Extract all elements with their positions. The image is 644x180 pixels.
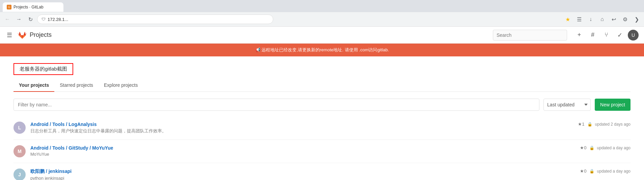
check-button[interactable]: ✓ bbox=[614, 30, 625, 41]
gitlab-logo-icon bbox=[18, 30, 27, 40]
download-button[interactable]: ↓ bbox=[586, 15, 595, 24]
active-tab[interactable]: G Projects · GitLab bbox=[3, 2, 63, 12]
tab-title: Projects · GitLab bbox=[13, 5, 44, 9]
project-item: M Android / Tools / GitStudy / MoYuYue M… bbox=[13, 140, 631, 163]
updated-text: updated a day ago bbox=[597, 169, 631, 174]
project-avatar: L bbox=[13, 122, 26, 134]
browser-chrome: G Projects · GitLab ← → ↻ 🛡 172.28.1... … bbox=[0, 0, 644, 27]
back-button[interactable]: ← bbox=[3, 15, 12, 24]
tab-your-projects[interactable]: Your projects bbox=[13, 79, 54, 92]
new-project-label: New project bbox=[600, 102, 625, 107]
project-item: L Android / Tools / LogAnalysis 日志分析工具，用… bbox=[13, 116, 631, 140]
home-button[interactable]: ⌂ bbox=[597, 15, 607, 24]
reload-button[interactable]: ↻ bbox=[26, 15, 35, 24]
merge-request-button[interactable]: ⑂ bbox=[601, 30, 612, 41]
lock-icon: 🔒 bbox=[587, 122, 592, 127]
projects-toolbar: Last updated Name Created New project bbox=[13, 99, 631, 111]
project-name-link[interactable]: 欧阳鹏 / jenkinsapi bbox=[30, 169, 72, 174]
lock-icon: 🔒 bbox=[589, 146, 594, 150]
project-info: 欧阳鹏 / jenkinsapi python jenkinsapi bbox=[30, 169, 575, 180]
filter-input[interactable] bbox=[13, 99, 539, 111]
header-search-input[interactable] bbox=[493, 30, 567, 41]
forward-button[interactable]: → bbox=[14, 15, 24, 24]
user-avatar[interactable]: U bbox=[628, 30, 639, 41]
project-list: L Android / Tools / LogAnalysis 日志分析工具，用… bbox=[13, 116, 631, 180]
project-meta: ★0 🔒 updated a day ago bbox=[580, 169, 631, 174]
tab-explore-label: Explore projects bbox=[104, 82, 138, 88]
project-meta: ★0 🔒 updated a day ago bbox=[580, 145, 631, 150]
project-info: Android / Tools / LogAnalysis 日志分析工具，用户快… bbox=[30, 122, 573, 134]
project-description: 日志分析工具，用户快速定位日志中暴露的问题，提高团队工作效率。 bbox=[30, 128, 573, 134]
avatar-initial: U bbox=[632, 32, 635, 38]
menu-button[interactable]: ☰ bbox=[5, 30, 13, 40]
tab-starred-projects[interactable]: Starred projects bbox=[54, 79, 99, 92]
tab-bar: G Projects · GitLab bbox=[0, 0, 644, 12]
plus-button[interactable]: + bbox=[574, 30, 585, 41]
project-avatar: J bbox=[13, 169, 26, 180]
annotation-box: 老服务器的gitlab截图 bbox=[13, 63, 73, 75]
app-header: ☰ Projects + # ⑂ ✓ U bbox=[0, 27, 644, 44]
updated-text: updated 2 days ago bbox=[595, 122, 631, 127]
account-button[interactable]: ☰ bbox=[575, 15, 584, 24]
header-actions: + # ⑂ ✓ U bbox=[574, 30, 639, 41]
settings-button[interactable]: ⚙ bbox=[620, 15, 630, 24]
address-text: 172.28.1... bbox=[48, 17, 68, 22]
bookmark-button[interactable]: ★ bbox=[563, 15, 572, 24]
hash-icon: # bbox=[591, 31, 594, 38]
updated-text: updated a day ago bbox=[597, 146, 631, 150]
project-description: MoYuYue bbox=[30, 152, 575, 157]
new-project-button[interactable]: New project bbox=[595, 99, 631, 111]
header-logo[interactable]: Projects bbox=[18, 30, 52, 40]
toolbar-right: ★ ☰ ↓ ⌂ ↩ ⚙ ❯ bbox=[563, 15, 641, 24]
project-description: python jenkinsapi bbox=[30, 176, 575, 180]
project-meta: ★1 🔒 updated 2 days ago bbox=[578, 122, 631, 127]
secure-icon: 🛡 bbox=[41, 17, 46, 22]
notification-banner: 📢 远程地址已经改变,请更换新的remote地址. 请使用 .com访问gitl… bbox=[0, 44, 644, 56]
app-title: Projects bbox=[30, 31, 52, 38]
address-bar[interactable]: 🛡 172.28.1... bbox=[37, 15, 273, 24]
star-count[interactable]: ★0 bbox=[580, 169, 586, 174]
more-button[interactable]: ❯ bbox=[632, 15, 641, 24]
hash-button[interactable]: # bbox=[587, 30, 598, 41]
star-count[interactable]: ★1 bbox=[578, 122, 584, 127]
annotation-text: 老服务器的gitlab截图 bbox=[20, 66, 67, 72]
tab-explore-projects[interactable]: Explore projects bbox=[99, 79, 143, 92]
project-avatar: M bbox=[13, 145, 26, 157]
project-name-link[interactable]: Android / Tools / LogAnalysis bbox=[30, 122, 97, 127]
merge-icon: ⑂ bbox=[605, 31, 608, 38]
star-count[interactable]: ★0 bbox=[580, 145, 586, 150]
annotation-area: 老服务器的gitlab截图 bbox=[13, 63, 631, 79]
browser-toolbar: ← → ↻ 🛡 172.28.1... ★ ☰ ↓ ⌂ ↩ ⚙ ❯ bbox=[0, 12, 644, 26]
project-name-link[interactable]: Android / Tools / GitStudy / MoYuYue bbox=[30, 145, 113, 151]
project-item: J 欧阳鹏 / jenkinsapi python jenkinsapi ★0 … bbox=[13, 163, 631, 180]
project-info: Android / Tools / GitStudy / MoYuYue MoY… bbox=[30, 145, 575, 157]
tab-your-projects-label: Your projects bbox=[19, 82, 49, 88]
sort-select[interactable]: Last updated Name Created bbox=[543, 99, 591, 111]
main-content: 老服务器的gitlab截图 Your projects Starred proj… bbox=[0, 56, 644, 180]
notification-text: 📢 远程地址已经改变,请更换新的remote地址. 请使用 .com访问gitl… bbox=[255, 47, 389, 52]
check-icon: ✓ bbox=[617, 31, 622, 39]
projects-tabs: Your projects Starred projects Explore p… bbox=[13, 79, 631, 92]
tab-favicon: G bbox=[7, 5, 11, 9]
plus-icon: + bbox=[578, 31, 581, 38]
tab-starred-label: Starred projects bbox=[60, 82, 93, 88]
lock-icon: 🔒 bbox=[589, 169, 594, 174]
undo-button[interactable]: ↩ bbox=[609, 15, 618, 24]
